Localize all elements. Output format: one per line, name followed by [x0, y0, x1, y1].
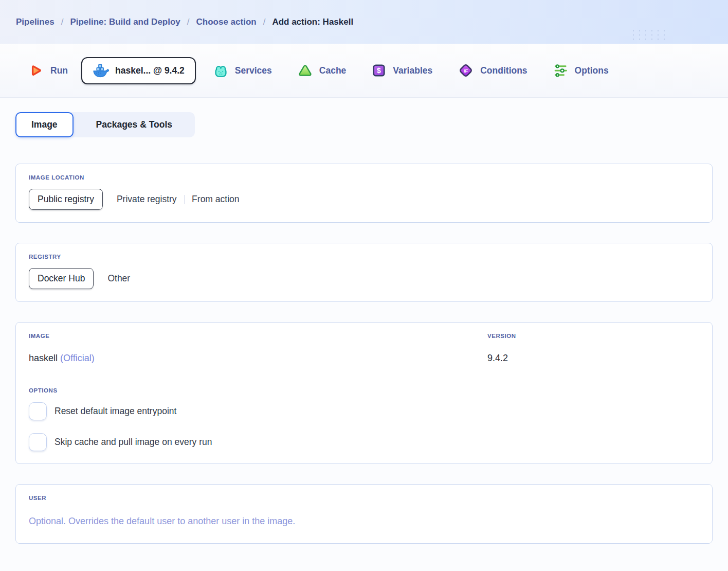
- breadcrumb-current: Add action: Haskell: [272, 17, 353, 27]
- options-block: OPTIONS Reset default image entrypoint S…: [29, 387, 699, 451]
- services-icon: [213, 63, 228, 78]
- choice-public-registry[interactable]: Public registry: [29, 189, 103, 210]
- tab-variables[interactable]: $ Variables: [372, 63, 432, 78]
- image-value: haskell (Official): [29, 353, 487, 364]
- breadcrumb-separator: /: [187, 17, 190, 27]
- svg-text:$: $: [377, 66, 381, 75]
- user-input[interactable]: [29, 516, 699, 531]
- breadcrumb: Pipelines / Pipeline: Build and Deploy /…: [0, 0, 728, 44]
- tab-cache[interactable]: Cache: [298, 63, 347, 78]
- breadcrumb-separator: /: [61, 17, 64, 27]
- reset-entrypoint-label[interactable]: Reset default image entrypoint: [54, 406, 176, 417]
- selected-action-chip[interactable]: haskel... @ 9.4.2: [81, 57, 196, 84]
- tab-conditions-label: Conditions: [480, 65, 527, 76]
- choice-docker-hub[interactable]: Docker Hub: [29, 268, 94, 289]
- image-location-label: IMAGE LOCATION: [29, 174, 699, 181]
- choice-from-action[interactable]: From action: [185, 189, 246, 209]
- version-label: VERSION: [487, 333, 699, 339]
- breadcrumb-link-pipeline[interactable]: Pipeline: Build and Deploy: [70, 17, 180, 27]
- tab-packages-tools[interactable]: Packages & Tools: [74, 112, 195, 137]
- user-label: USER: [29, 495, 699, 501]
- tab-options[interactable]: Options: [553, 63, 609, 78]
- main-content: Image Packages & Tools IMAGE LOCATION Pu…: [0, 98, 728, 544]
- reset-entrypoint-checkbox[interactable]: [29, 402, 47, 420]
- run-play-icon: [28, 63, 44, 78]
- registry-label: REGISTRY: [29, 254, 699, 260]
- docker-whale-icon: [93, 64, 109, 78]
- skip-cache-label[interactable]: Skip cache and pull image on every run: [54, 437, 212, 448]
- version-value: 9.4.2: [487, 353, 699, 364]
- action-tab-bar: Run haskel... @ 9.4.2: [0, 44, 728, 98]
- version-column: VERSION 9.4.2: [487, 333, 699, 364]
- run-label: Run: [50, 65, 68, 76]
- conditions-icon: IF: [458, 63, 474, 78]
- choice-other[interactable]: Other: [100, 269, 137, 289]
- image-card: IMAGE haskell (Official) VERSION 9.4.2 O…: [15, 322, 713, 464]
- selected-action-label: haskel... @ 9.4.2: [115, 65, 185, 76]
- image-location-choices: Public registry Private registry From ac…: [29, 189, 699, 210]
- choice-private-registry[interactable]: Private registry: [110, 189, 184, 209]
- tab-image[interactable]: Image: [15, 112, 74, 137]
- image-name: haskell: [29, 353, 58, 363]
- tab-variables-label: Variables: [393, 65, 432, 76]
- cache-icon: [298, 63, 313, 78]
- image-location-card: IMAGE LOCATION Public registry Private r…: [15, 164, 713, 223]
- run-button[interactable]: Run: [28, 63, 68, 78]
- image-column: IMAGE haskell (Official): [29, 333, 487, 364]
- image-official-link[interactable]: (Official): [60, 353, 95, 363]
- options-label: OPTIONS: [29, 387, 699, 394]
- svg-text:IF: IF: [464, 68, 468, 74]
- checkbox-row-skip-cache[interactable]: Skip cache and pull image on every run: [29, 433, 699, 451]
- breadcrumb-separator: /: [263, 17, 266, 27]
- tab-conditions[interactable]: IF Conditions: [458, 63, 527, 78]
- tab-cache-label: Cache: [319, 65, 347, 76]
- breadcrumb-link-pipelines[interactable]: Pipelines: [16, 17, 54, 27]
- variables-icon: $: [372, 63, 386, 78]
- image-label: IMAGE: [29, 333, 487, 339]
- image-version-grid: IMAGE haskell (Official) VERSION 9.4.2: [29, 333, 699, 364]
- checkbox-row-reset-entrypoint[interactable]: Reset default image entrypoint: [29, 402, 699, 420]
- tab-services[interactable]: Services: [213, 63, 272, 78]
- skip-cache-checkbox[interactable]: [29, 433, 47, 451]
- view-tab-group: Image Packages & Tools: [15, 112, 195, 137]
- breadcrumb-link-choose-action[interactable]: Choose action: [196, 17, 257, 27]
- tab-options-label: Options: [575, 65, 609, 76]
- options-icon: [553, 63, 568, 78]
- registry-choices: Docker Hub Other: [29, 268, 699, 289]
- user-card: USER: [15, 484, 713, 544]
- registry-card: REGISTRY Docker Hub Other: [15, 243, 713, 302]
- tab-services-label: Services: [235, 65, 272, 76]
